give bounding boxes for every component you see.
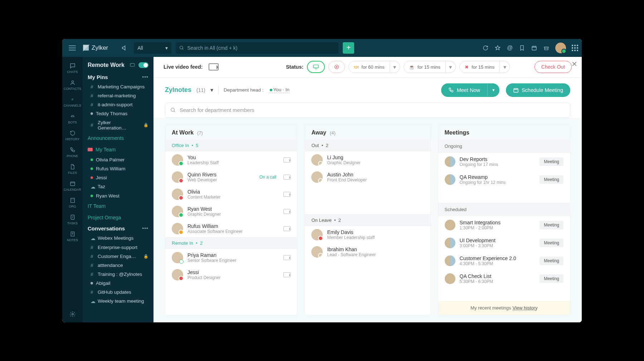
remote-toggle[interactable]: [138, 62, 148, 68]
menu-icon[interactable]: [69, 45, 76, 50]
meeting-row[interactable]: UI Development3:00PM - 3:30PMMeeting: [438, 234, 570, 252]
rail-calendar[interactable]: CALENDAR: [62, 178, 83, 194]
rail-chats[interactable]: CHATS: [62, 60, 83, 76]
chevron-down-icon[interactable]: ▾: [446, 61, 456, 73]
status-dnd-15[interactable]: ✖for 15 mins ▾: [459, 61, 510, 73]
team-member[interactable]: Jessi: [83, 173, 153, 182]
add-button[interactable]: +: [343, 42, 354, 54]
person-row[interactable]: Emily DavisMember Leadership staff: [305, 226, 430, 243]
camera-icon[interactable]: [283, 255, 291, 260]
rail-org[interactable]: ORG: [62, 195, 83, 210]
meeting-row[interactable]: Smart Integrations1:30PM - 2:00PMMeeting: [438, 216, 570, 234]
camera-icon[interactable]: [283, 209, 291, 214]
meeting-button[interactable]: Meeting: [540, 175, 564, 184]
camera-icon[interactable]: [283, 175, 291, 180]
it-team-link[interactable]: IT Team: [83, 200, 153, 212]
conv-item[interactable]: #Customer Enga…🔒: [83, 252, 153, 261]
chevron-down-icon[interactable]: ▾: [487, 83, 499, 97]
camera-icon[interactable]: [283, 226, 291, 231]
conv-item[interactable]: ☁Webex Meetings: [83, 234, 153, 243]
pin-item[interactable]: Teddy Thomas: [83, 109, 153, 118]
announcements-link[interactable]: Announcements: [83, 132, 153, 144]
audio-icon[interactable]: [119, 43, 130, 53]
person-row[interactable]: Priya RamanSenior Software Engineer: [165, 249, 297, 266]
calendar-icon[interactable]: [531, 45, 537, 51]
person-row[interactable]: Ryan WestGraphic Designer: [165, 203, 297, 220]
pins-menu-icon[interactable]: •••: [142, 74, 148, 80]
team-member[interactable]: ☁Taz: [83, 182, 153, 191]
video-feed-icon[interactable]: [209, 63, 219, 70]
person-row[interactable]: OliviaContent Marketer: [165, 186, 297, 203]
bookmark-icon[interactable]: [519, 45, 525, 51]
team-member[interactable]: Ryan West: [83, 191, 153, 200]
schedule-meeting-button[interactable]: Schedule Meeting: [506, 83, 570, 97]
rail-history[interactable]: HISTORY: [62, 128, 83, 143]
status-in-pill[interactable]: [307, 61, 325, 73]
project-link[interactable]: Project Omega: [83, 212, 153, 223]
dept-dropdown-icon[interactable]: ▾: [210, 87, 213, 93]
meeting-button[interactable]: Meeting: [540, 221, 564, 229]
pin-item[interactable]: #Zylker Generation…🔒: [83, 118, 153, 132]
meeting-button[interactable]: Meeting: [540, 157, 564, 166]
conv-item[interactable]: #Enterprise-support: [83, 243, 153, 252]
meeting-row[interactable]: Dev ReportsOngoing for 17 minsMeeting: [438, 153, 570, 171]
rail-channels[interactable]: #CHANNELS: [62, 94, 83, 109]
team-member[interactable]: Rufus William: [83, 164, 153, 173]
rail-bots[interactable]: BOTS: [62, 111, 83, 126]
conv-item[interactable]: #atttendance: [83, 261, 153, 270]
checkout-button[interactable]: Check Out: [535, 61, 572, 73]
camera-icon[interactable]: [283, 272, 291, 277]
chevron-down-icon[interactable]: ▾: [390, 61, 400, 73]
my-team-link[interactable]: My Team: [83, 144, 153, 155]
meet-now-button[interactable]: Meet Now ▾: [441, 83, 499, 97]
star-icon[interactable]: [494, 45, 501, 51]
meeting-row[interactable]: Customer Experience 2.04:30PM - 5:30PMMe…: [438, 252, 570, 270]
person-row[interactable]: Rufus WilliamAssociate Software Engineer: [165, 220, 297, 237]
search-input[interactable]: [187, 45, 335, 51]
user-avatar[interactable]: [555, 43, 566, 53]
pin-item[interactable]: #referral-marketing: [83, 91, 153, 100]
mention-icon[interactable]: @: [507, 45, 513, 51]
apps-grid-icon[interactable]: [572, 45, 578, 51]
rail-phone[interactable]: PHONE: [62, 145, 83, 160]
status-location-pill[interactable]: [328, 61, 345, 73]
person-row[interactable]: YouLeadership Staff: [165, 151, 297, 169]
camera-icon[interactable]: [283, 157, 291, 162]
conv-item[interactable]: ☁Weekly team meeting: [83, 297, 153, 306]
person-row[interactable]: Ibrahim KhanLead - Software Engineer: [305, 243, 430, 260]
meeting-button[interactable]: Meeting: [540, 257, 564, 265]
rail-contacts[interactable]: CONTACTS: [62, 77, 83, 93]
person-row[interactable]: JessiProduct Designer: [165, 266, 297, 283]
meeting-row[interactable]: QA Check List5:30PM - 6:30PMMeeting: [438, 270, 570, 288]
meeting-button[interactable]: Meeting: [540, 239, 564, 247]
meeting-row[interactable]: QA RewampOngoing for 1hr 12 minsMeeting: [438, 171, 570, 189]
scope-select[interactable]: All ▾: [134, 42, 171, 54]
status-away-60[interactable]: 🍽for 60 mins ▾: [348, 61, 400, 73]
camera-icon[interactable]: [283, 192, 291, 197]
rail-settings[interactable]: [62, 306, 83, 322]
rail-tasks[interactable]: TASKS: [62, 212, 83, 227]
close-icon[interactable]: ✕: [571, 60, 577, 68]
team-member[interactable]: Olivia Palmer: [83, 155, 153, 164]
meeting-button[interactable]: Meeting: [540, 274, 564, 283]
view-history-link[interactable]: View history: [513, 305, 538, 311]
conv-item[interactable]: #Training : @Zylnotes: [83, 270, 153, 279]
status-away-15[interactable]: ☕for 15 mins ▾: [404, 61, 456, 73]
person-row[interactable]: Austin JohnFront End Developer: [305, 169, 430, 186]
conv-menu-icon[interactable]: •••: [142, 225, 148, 231]
dept-search[interactable]: [165, 103, 570, 118]
refresh-icon[interactable]: [482, 45, 489, 51]
global-search[interactable]: [176, 42, 338, 54]
dept-search-input[interactable]: [180, 107, 565, 113]
rail-files[interactable]: FILES: [62, 161, 83, 177]
monitor-icon[interactable]: [130, 63, 135, 67]
person-row[interactable]: Quinn RiversWeb DeveloperOn a call: [165, 169, 297, 186]
conv-item[interactable]: Abigail: [83, 279, 153, 288]
conv-item[interactable]: #GitHub updates: [83, 288, 153, 297]
rail-notes[interactable]: NOTES: [62, 229, 83, 244]
store-icon[interactable]: [543, 45, 550, 51]
chevron-down-icon[interactable]: ▾: [500, 61, 510, 73]
person-row[interactable]: Li JungGraphic Designer: [305, 151, 430, 169]
pin-item[interactable]: #Marketing Campaigns: [83, 82, 153, 91]
pin-item[interactable]: #it-admin-support: [83, 100, 153, 109]
